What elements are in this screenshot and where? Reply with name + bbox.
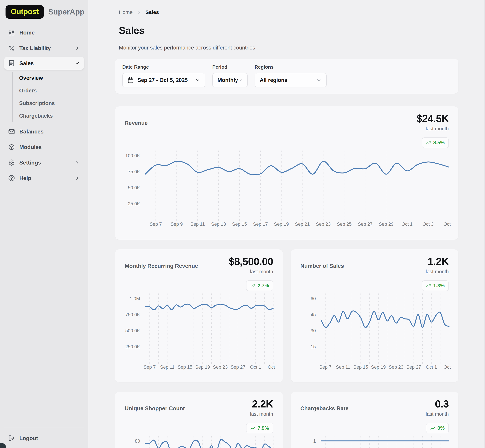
revenue-line-chart: 100.0K75.0K50.0K25.0KSep 7Sep 9Sep 11Sep… <box>122 148 452 229</box>
svg-text:50.0K: 50.0K <box>128 185 140 190</box>
chevron-right-icon <box>75 46 80 51</box>
sidebar-footer: Logout <box>0 427 88 448</box>
grid-icon <box>8 29 15 36</box>
svg-text:25.0K: 25.0K <box>128 201 140 206</box>
sub-item-label: Overview <box>19 75 43 81</box>
svg-text:250.0K: 250.0K <box>125 344 140 349</box>
metric: $8,500.00 last month <box>229 256 273 274</box>
sidebar-item-label: Home <box>19 30 35 36</box>
chevron-down-icon <box>238 78 242 83</box>
percent-icon <box>8 45 15 51</box>
trending-up-icon <box>250 426 255 431</box>
page-title: Sales <box>119 24 458 36</box>
sales-count-line-chart: 60453015Sep 7Sep 11Sep 15Sep 19Sep 23Sep… <box>298 291 452 372</box>
regions-select[interactable]: All regions <box>255 73 327 88</box>
gear-icon <box>8 159 15 166</box>
breadcrumb-home[interactable]: Home <box>119 9 133 15</box>
sidebar-item-orders[interactable]: Orders <box>13 84 84 97</box>
svg-text:Sep 7: Sep 7 <box>319 365 331 370</box>
sidebar-item-subscriptions[interactable]: Subscriptions <box>13 97 84 110</box>
change-value: 8.5% <box>433 140 445 145</box>
trending-up-icon <box>426 140 431 145</box>
metric-period: last month <box>426 269 449 274</box>
svg-text:Sep 23: Sep 23 <box>213 365 228 370</box>
sidebar-item-overview[interactable]: Overview <box>13 72 84 84</box>
svg-text:Sep 7: Sep 7 <box>150 222 162 227</box>
logout-icon <box>8 435 15 441</box>
divider <box>4 427 84 427</box>
metric-period: last month <box>250 411 273 417</box>
sidebar: Outpost SuperApp Home Tax Liability Sale… <box>0 0 88 448</box>
svg-text:Sep 19: Sep 19 <box>195 365 210 370</box>
trending-up-icon <box>250 283 255 288</box>
breadcrumb: Home Sales <box>115 9 458 15</box>
sidebar-item-modules[interactable]: Modules <box>4 140 84 154</box>
brand-header: Outpost SuperApp <box>0 0 88 19</box>
chevron-right-icon <box>137 10 141 15</box>
svg-text:Oct 5: Oct 5 <box>444 222 452 227</box>
sidebar-nav: Home Tax Liability Sales Overview Orders… <box>0 19 88 185</box>
svg-text:Sep 27: Sep 27 <box>231 365 245 370</box>
card-title: Revenue <box>125 120 148 126</box>
regions-group: Regions All regions <box>255 64 327 88</box>
metric-value: 1.2K <box>426 256 449 267</box>
metric: $24.5K last month <box>417 112 449 132</box>
svg-text:Sep 11: Sep 11 <box>336 365 350 370</box>
svg-text:Sep 23: Sep 23 <box>388 365 403 370</box>
svg-text:750.0K: 750.0K <box>125 312 140 317</box>
svg-text:Sep 19: Sep 19 <box>371 365 386 370</box>
sidebar-item-balances[interactable]: Balances <box>4 125 84 138</box>
date-range-group: Date Range Sep 27 - Oct 5, 2025 <box>122 64 205 88</box>
change-value: 2.7% <box>258 283 269 288</box>
logout-button[interactable]: Logout <box>4 432 84 445</box>
metric-period: last month <box>229 269 273 274</box>
metric-value: $8,500.00 <box>229 256 273 267</box>
change-badge: 0% <box>426 423 449 433</box>
scrollbar-track[interactable] <box>484 0 485 448</box>
sidebar-item-label: Balances <box>19 128 44 135</box>
period-select[interactable]: Monthly <box>212 73 248 88</box>
sidebar-item-tax-liability[interactable]: Tax Liability <box>4 41 84 55</box>
page-subtitle: Monitor your sales performance across di… <box>119 45 458 51</box>
sidebar-item-label: Help <box>19 175 31 181</box>
change-badge: 7.9% <box>246 423 273 433</box>
sidebar-item-sales[interactable]: Sales <box>4 57 84 70</box>
mail-icon <box>8 128 15 135</box>
sidebar-item-home[interactable]: Home <box>4 26 84 39</box>
svg-text:Sep 23: Sep 23 <box>316 222 331 227</box>
card-title: Monthly Recurring Revenue <box>125 263 198 269</box>
change-badge: 8.5% <box>422 137 449 148</box>
sidebar-item-settings[interactable]: Settings <box>4 156 84 169</box>
date-range-select[interactable]: Sep 27 - Oct 5, 2025 <box>122 73 205 88</box>
sidebar-item-chargebacks[interactable]: Chargebacks <box>13 110 84 122</box>
svg-text:Sep 15: Sep 15 <box>353 365 368 370</box>
svg-text:Sep 27: Sep 27 <box>406 365 421 370</box>
svg-text:Oct 1: Oct 1 <box>250 365 261 370</box>
svg-text:Sep 17: Sep 17 <box>253 222 268 227</box>
change-badge: 2.7% <box>246 280 273 291</box>
chargebacks-rate-card: Chargebacks Rate 0.3 last month 0% 10.75… <box>291 392 459 448</box>
svg-text:Sep 29: Sep 29 <box>379 222 394 227</box>
svg-text:60: 60 <box>310 296 316 301</box>
svg-text:Sep 13: Sep 13 <box>211 222 226 227</box>
change-value: 1.3% <box>433 283 445 288</box>
chevron-down-icon <box>195 78 200 83</box>
outpost-logo[interactable]: Outpost <box>6 5 44 19</box>
svg-text:Sep 7: Sep 7 <box>144 365 156 370</box>
svg-text:1: 1 <box>313 439 316 444</box>
metric: 0.3 last month <box>426 398 449 417</box>
logo-text: Outpost <box>11 7 39 16</box>
svg-text:1.0M: 1.0M <box>130 296 140 301</box>
breadcrumb-sales[interactable]: Sales <box>146 9 159 15</box>
card-title: Number of Sales <box>300 263 344 269</box>
regions-label: Regions <box>255 64 327 70</box>
unique-shopper-card: Unique Shopper Count 2.2K last month 7.9… <box>115 392 283 448</box>
svg-text:100.0K: 100.0K <box>125 153 140 158</box>
sidebar-item-label: Sales <box>19 60 34 67</box>
sidebar-item-help[interactable]: Help <box>4 171 84 185</box>
app-name: SuperApp <box>48 8 85 16</box>
svg-text:30: 30 <box>310 328 316 333</box>
filters-bar: Date Range Sep 27 - Oct 5, 2025 Period M… <box>115 59 458 94</box>
mrr-line-chart: 1.0M750.0K500.0K250.0KSep 7Sep 11Sep 15S… <box>122 291 276 372</box>
date-range-value: Sep 27 - Oct 5, 2025 <box>137 77 188 83</box>
